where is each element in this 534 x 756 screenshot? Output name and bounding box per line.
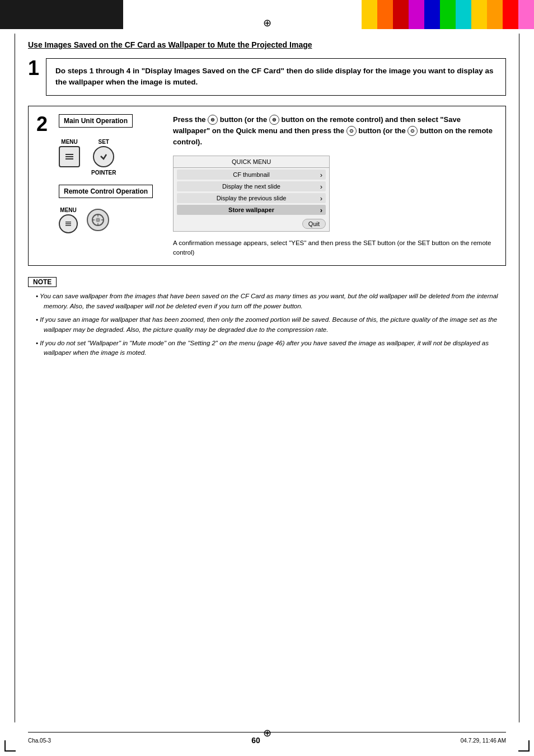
top-bar: ⊕	[0, 0, 534, 29]
step-2-right-panel: Press the ⊜ button (or the ⊜ button on t…	[165, 106, 505, 266]
step-1-text: Do steps 1 through 4 in "Display Images …	[55, 65, 496, 88]
color-purple	[409, 0, 424, 29]
menu-icon-1: ⊜	[208, 115, 218, 125]
top-bar-colors	[362, 0, 534, 29]
color-cyan	[456, 0, 471, 29]
set-button-group: SET POINTER	[91, 139, 116, 176]
step-2-container: 2 Main Unit Operation MENU SET	[28, 106, 506, 266]
set-label: SET	[99, 139, 109, 145]
menu-icon-2: ⊜	[269, 115, 279, 125]
quick-menu-item-3[interactable]: Store wallpaper	[177, 205, 326, 215]
main-unit-buttons: MENU SET	[59, 139, 160, 176]
footer-right: 04.7.29, 11:46 AM	[461, 738, 506, 744]
quick-menu-item-1[interactable]: Display the next slide	[177, 181, 326, 191]
quit-button[interactable]: Quit	[302, 219, 326, 229]
page-title: Use Images Saved on the CF Card as Wallp…	[28, 40, 506, 49]
color-blue	[424, 0, 440, 29]
note-item-1: If you save an image for wallpaper that …	[36, 315, 506, 335]
pointer-label: POINTER	[91, 170, 116, 176]
step-1-container: 1 Do steps 1 through 4 in "Display Image…	[28, 58, 506, 96]
color-red	[393, 0, 409, 29]
step-2-number: 2	[29, 106, 53, 142]
svg-rect-1	[65, 156, 73, 157]
svg-rect-3	[65, 222, 71, 223]
bottom-crosshair: ⊕	[263, 727, 271, 739]
step-1-box: Do steps 1 through 4 in "Display Images …	[46, 58, 506, 96]
remote-set-button[interactable]	[87, 209, 109, 231]
footer-left: Cha.05-3	[28, 738, 51, 744]
set-icon-2: ⊙	[407, 126, 418, 136]
remote-menu-group: MENU	[59, 207, 78, 233]
top-bar-black	[0, 0, 123, 29]
note-label: NOTE	[28, 277, 57, 287]
note-item-2: If you do not set "Wallpaper" in "Mute m…	[36, 339, 506, 359]
remote-buttons: MENU	[59, 207, 160, 233]
set-icon-1: ⊙	[346, 126, 357, 136]
quick-menu: QUICK MENU CF thumbnail Display the next…	[173, 156, 330, 232]
step-2-left-panel: Main Unit Operation MENU SET	[53, 106, 165, 245]
remote-control-label: Remote Control Operation	[59, 185, 153, 198]
remote-menu-label: MENU	[60, 207, 76, 213]
instruction-text: Press the ⊜ button (or the ⊜ button on t…	[173, 114, 498, 148]
vline-right	[519, 34, 519, 722]
footer-page-number: 60	[251, 736, 260, 745]
color-yellow	[362, 0, 377, 29]
remote-set-group	[87, 209, 109, 231]
svg-point-7	[96, 218, 100, 222]
quick-menu-item-2[interactable]: Display the previous slide	[177, 193, 326, 203]
confirm-text: A confirmation message appears, select "…	[173, 238, 498, 258]
color-amber	[487, 0, 503, 29]
svg-rect-2	[65, 158, 73, 159]
quick-menu-title: QUICK MENU	[174, 156, 329, 168]
color-green	[440, 0, 456, 29]
main-unit-operation-label: Main Unit Operation	[59, 114, 133, 128]
svg-rect-5	[65, 225, 71, 226]
svg-rect-0	[65, 154, 73, 155]
quick-menu-item-0[interactable]: CF thumbnail	[177, 170, 326, 180]
note-items: You can save wallpaper from the images t…	[28, 292, 506, 358]
menu-label: MENU	[61, 139, 77, 145]
color-red2	[503, 0, 518, 29]
note-section: NOTE You can save wallpaper from the ima…	[28, 277, 506, 358]
color-yellow2	[471, 0, 487, 29]
color-pink	[518, 0, 534, 29]
note-item-0: You can save wallpaper from the images t…	[36, 292, 506, 312]
main-content: Use Images Saved on the CF Card as Wallp…	[0, 29, 534, 373]
quick-menu-quit-area: Quit	[174, 217, 329, 231]
set-button[interactable]	[93, 146, 114, 167]
svg-rect-4	[65, 223, 71, 224]
remote-menu-button[interactable]	[59, 214, 78, 233]
menu-button[interactable]	[59, 146, 80, 167]
vline-left	[15, 34, 15, 722]
color-orange	[377, 0, 393, 29]
top-crosshair: ⊕	[263, 17, 271, 29]
step-1-number: 1	[28, 58, 39, 78]
menu-button-group: MENU	[59, 139, 80, 167]
